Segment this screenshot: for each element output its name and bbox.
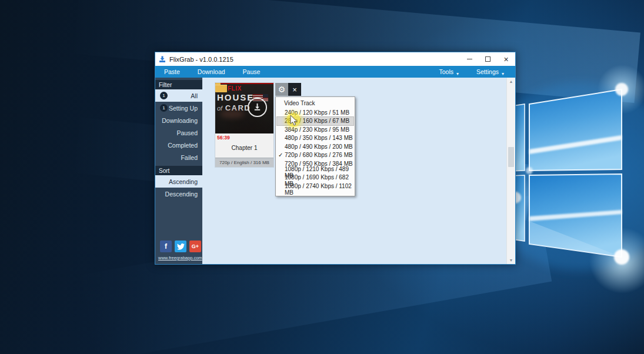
- filter-section-header: Filter: [155, 80, 202, 89]
- flixgrab-window: FlixGrab - v1.0.0.1215 × Paste Download …: [155, 52, 516, 265]
- chevron-down-icon: ▾: [502, 71, 504, 76]
- paste-button[interactable]: Paste: [155, 66, 189, 78]
- app-icon: [159, 56, 166, 63]
- vertical-scrollbar[interactable]: ▲ ▼: [506, 78, 515, 264]
- item-info: 56:39 Chapter 1: [215, 133, 273, 158]
- pause-button[interactable]: Pause: [234, 66, 269, 78]
- sort-section-header: Sort: [155, 166, 202, 175]
- window-body: Filter 1 All 1 Setting Up Downloading Pa…: [155, 78, 515, 264]
- menu-item-480p-350[interactable]: 480p / 350 Kbps / 143 MB: [277, 134, 353, 143]
- minimize-icon: [467, 59, 472, 59]
- item-remove-button[interactable]: ×: [288, 83, 301, 96]
- close-icon: ×: [503, 55, 508, 64]
- minimize-button[interactable]: [461, 52, 479, 66]
- menu-item-480p-490[interactable]: 480p / 490 Kbps / 200 MB: [277, 142, 353, 151]
- format-info-bar: 720p / English / 316 MB: [215, 158, 273, 167]
- twitter-bird-icon: [177, 243, 185, 250]
- social-links: f G+: [160, 241, 201, 252]
- menubar: Paste Download Pause Tools ▾ Settings ▾: [155, 66, 515, 78]
- thumbnail-red-line: [215, 83, 273, 84]
- sort-item-ascending[interactable]: Ascending: [155, 175, 202, 188]
- settings-menu[interactable]: Settings ▾: [468, 66, 513, 78]
- window-controls: ×: [461, 52, 515, 66]
- maximize-button[interactable]: [479, 52, 497, 66]
- figure-hands: [220, 110, 245, 118]
- duration-label: 56:39: [217, 135, 230, 141]
- folder-icon: [215, 85, 227, 92]
- website-link[interactable]: www.freegrabapp.com: [158, 255, 202, 261]
- download-list: FLIX HOUSE of CARD: [202, 78, 515, 264]
- download-button[interactable]: Download: [189, 66, 234, 78]
- check-icon: ✓: [278, 152, 283, 158]
- window-title: FlixGrab - v1.0.0.1215: [169, 56, 233, 63]
- menu-item-720p-680[interactable]: ✓ 720p / 680 Kbps / 276 MB: [277, 151, 353, 160]
- item-title: Chapter 1: [215, 145, 273, 151]
- download-item-card[interactable]: FLIX HOUSE of CARD: [215, 83, 273, 167]
- sidebar-item-completed[interactable]: Completed: [155, 139, 202, 151]
- chevron-down-icon: ▾: [456, 71, 459, 76]
- close-icon: ×: [292, 85, 297, 94]
- twitter-icon[interactable]: [175, 241, 186, 252]
- sort-item-descending[interactable]: Descending: [155, 188, 202, 200]
- count-badge: 1: [160, 104, 168, 112]
- mouse-cursor: [290, 115, 298, 127]
- maximize-icon: [485, 56, 490, 62]
- video-thumbnail: FLIX HOUSE of CARD: [215, 83, 273, 133]
- menu-item-1080p-2740[interactable]: 1080p / 2740 Kbps / 1102 MB: [277, 185, 353, 194]
- item-settings-button[interactable]: ⚙: [275, 83, 288, 96]
- menu-header: Video Track: [277, 98, 353, 108]
- scroll-down-icon[interactable]: ▼: [507, 258, 515, 262]
- close-button[interactable]: ×: [497, 52, 515, 66]
- titlebar: FlixGrab - v1.0.0.1215 ×: [155, 52, 515, 66]
- sidebar-item-paused[interactable]: Paused: [155, 126, 202, 139]
- netflix-logo-text: FLIX: [228, 85, 242, 92]
- scrollbar-thumb[interactable]: [508, 147, 514, 167]
- scroll-up-icon[interactable]: ▲: [507, 79, 515, 84]
- download-overlay-icon: [248, 98, 267, 117]
- gear-icon: ⚙: [278, 85, 286, 94]
- count-badge: 1: [160, 92, 168, 99]
- download-arrow-icon: [253, 103, 262, 112]
- sidebar-item-failed[interactable]: Failed: [155, 151, 202, 163]
- tools-menu[interactable]: Tools ▾: [431, 66, 468, 78]
- sidebar-item-setting-up[interactable]: 1 Setting Up: [155, 102, 202, 114]
- sidebar: Filter 1 All 1 Setting Up Downloading Pa…: [155, 78, 202, 264]
- google-plus-icon[interactable]: G+: [189, 241, 201, 252]
- video-track-menu: Video Track 240p / 120 Kbps / 51 MB 288p…: [275, 96, 355, 196]
- sidebar-item-all[interactable]: 1 All: [155, 89, 202, 102]
- menu-item-384p-230[interactable]: 384p / 230 Kbps / 95 MB: [277, 125, 353, 134]
- facebook-icon[interactable]: f: [160, 241, 172, 252]
- windows-logo: [506, 82, 644, 276]
- sidebar-item-downloading[interactable]: Downloading: [155, 114, 202, 126]
